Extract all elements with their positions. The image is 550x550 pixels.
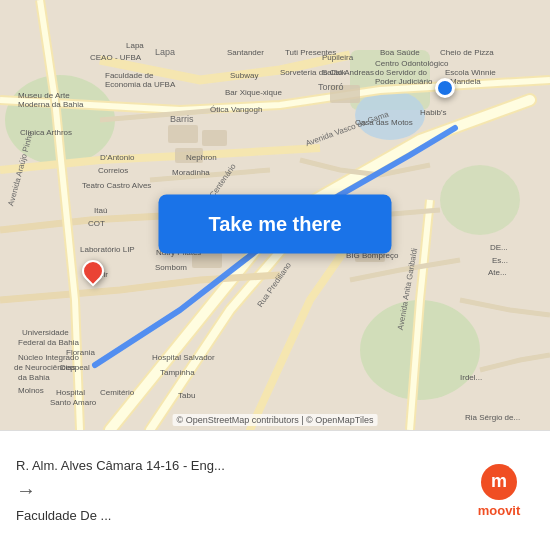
svg-text:Molnos: Molnos <box>18 386 44 395</box>
svg-text:Moderna da Bahia: Moderna da Bahia <box>18 100 84 109</box>
svg-text:Irdel...: Irdel... <box>460 373 482 382</box>
svg-text:Correios: Correios <box>98 166 128 175</box>
route-from-label: R. Alm. Alves Câmara 14-16 - Eng... <box>16 458 452 473</box>
origin-marker <box>82 260 104 282</box>
route-to-label: Faculdade De ... <box>16 508 452 523</box>
svg-text:Subway: Subway <box>230 71 258 80</box>
svg-text:Ria Sérgio de...: Ria Sérgio de... <box>465 413 520 422</box>
svg-text:Lapa: Lapa <box>155 47 175 57</box>
svg-point-3 <box>440 165 520 235</box>
take-me-there-button[interactable]: Take me there <box>158 194 391 253</box>
bottom-bar: R. Alm. Alves Câmara 14-16 - Eng... → Fa… <box>0 430 550 550</box>
svg-text:Laboratório LIP: Laboratório LIP <box>80 245 135 254</box>
svg-text:Sombom: Sombom <box>155 263 187 272</box>
route-arrow-icon: → <box>16 479 36 502</box>
svg-text:Cemitério: Cemitério <box>100 388 135 397</box>
svg-text:Ate...: Ate... <box>488 268 507 277</box>
moovit-text: moovit <box>478 503 521 518</box>
origin-pin-head <box>77 255 108 286</box>
route-info: R. Alm. Alves Câmara 14-16 - Eng... → Fa… <box>16 458 452 523</box>
svg-text:D'Antonio: D'Antonio <box>100 153 135 162</box>
svg-text:Lapa: Lapa <box>126 41 144 50</box>
svg-text:Museu de Arte: Museu de Arte <box>18 91 70 100</box>
svg-text:Es...: Es... <box>492 256 508 265</box>
svg-text:CEAO - UFBA: CEAO - UFBA <box>90 53 142 62</box>
svg-text:Santander: Santander <box>227 48 264 57</box>
svg-text:da Bahia: da Bahia <box>18 373 50 382</box>
svg-text:Florania: Florania <box>66 348 95 357</box>
svg-text:Habib's: Habib's <box>420 108 446 117</box>
svg-text:Barris: Barris <box>170 114 194 124</box>
svg-text:Centro Odontológico: Centro Odontológico <box>375 59 449 68</box>
svg-text:Universidade: Universidade <box>22 328 69 337</box>
svg-rect-6 <box>168 125 198 143</box>
svg-text:Tampinha: Tampinha <box>160 368 195 377</box>
svg-text:Federal da Bahia: Federal da Bahia <box>18 338 79 347</box>
moovit-icon: m <box>481 464 517 500</box>
svg-text:Nephron: Nephron <box>186 153 217 162</box>
svg-text:Teatro Castro Alves: Teatro Castro Alves <box>82 181 151 190</box>
svg-text:do Servidor do: do Servidor do <box>375 68 428 77</box>
svg-text:Faculdade de: Faculdade de <box>105 71 154 80</box>
svg-text:Hospital: Hospital <box>56 388 85 397</box>
svg-text:Moradinha: Moradinha <box>172 168 210 177</box>
svg-text:DE...: DE... <box>490 243 508 252</box>
svg-text:Hospital Salvador: Hospital Salvador <box>152 353 215 362</box>
svg-text:COT: COT <box>88 219 105 228</box>
svg-text:Casa das Motos: Casa das Motos <box>355 118 413 127</box>
svg-text:Tabu: Tabu <box>178 391 195 400</box>
arrow-container: → <box>16 479 452 502</box>
map-container: Barris Garcia Federação Tororó Lapa Aven… <box>0 0 550 430</box>
svg-text:Salão Andreas: Salão Andreas <box>322 68 374 77</box>
svg-text:Boa Saúde: Boa Saúde <box>380 48 420 57</box>
moovit-logo: m moovit <box>464 464 534 518</box>
svg-text:Bar Xique-xique: Bar Xique-xique <box>225 88 282 97</box>
destination-marker <box>435 78 455 98</box>
svg-text:Ótica Vangogh: Ótica Vangogh <box>210 105 262 114</box>
svg-text:Escola Winnie: Escola Winnie <box>445 68 496 77</box>
svg-text:Pupileira: Pupileira <box>322 53 354 62</box>
svg-text:Tororó: Tororó <box>318 82 344 92</box>
svg-rect-7 <box>202 130 227 146</box>
svg-text:Itaú: Itaú <box>94 206 107 215</box>
svg-text:Poder Judiciário: Poder Judiciário <box>375 77 433 86</box>
svg-text:Cheio de Pizza: Cheio de Pizza <box>440 48 494 57</box>
svg-point-5 <box>355 90 425 140</box>
svg-text:Deppeal: Deppeal <box>60 363 90 372</box>
svg-text:Economia da UFBA: Economia da UFBA <box>105 80 176 89</box>
app: Barris Garcia Federação Tororó Lapa Aven… <box>0 0 550 550</box>
svg-text:Santo Amaro: Santo Amaro <box>50 398 97 407</box>
svg-text:Clínica Arthros: Clínica Arthros <box>20 128 72 137</box>
moovit-letter: m <box>491 471 507 492</box>
map-attribution: © OpenStreetMap contributors | © OpenMap… <box>173 414 378 426</box>
